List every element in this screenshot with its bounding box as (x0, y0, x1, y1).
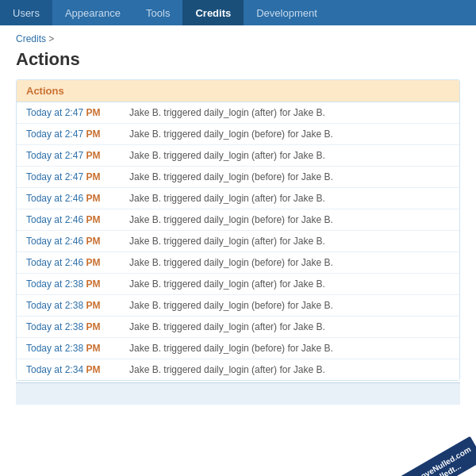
row-description: Jake B. triggered daily_login (before) f… (129, 343, 333, 354)
top-nav: Users Appearance Tools Credits Developme… (0, 0, 476, 25)
time-pm: PM (83, 236, 100, 247)
table-row[interactable]: Today at 2:38 PM Jake B. triggered daily… (17, 338, 459, 359)
time-pm: PM (83, 257, 100, 268)
time-pm: PM (83, 343, 100, 354)
row-description: Jake B. triggered daily_login (before) f… (129, 300, 333, 311)
watermark: ♥ LoveNulled.comwww.nulledt... (373, 420, 476, 468)
time-pm: PM (83, 193, 100, 204)
row-description: Jake B. triggered daily_login (before) f… (129, 171, 333, 182)
table-row[interactable]: Today at 2:47 PM Jake B. triggered daily… (17, 167, 459, 188)
row-time: Today at 2:46 PM (26, 193, 129, 204)
time-pm: PM (83, 321, 100, 332)
time-pm: PM (83, 214, 100, 225)
row-time: Today at 2:38 PM (26, 321, 129, 332)
row-description: Jake B. triggered daily_login (after) fo… (129, 193, 325, 204)
nav-item-tools[interactable]: Tools (133, 0, 182, 25)
table-row[interactable]: Today at 2:38 PM Jake B. triggered daily… (17, 295, 459, 317)
breadcrumb-link[interactable]: Credits (16, 33, 46, 44)
table-row[interactable]: Today at 2:47 PM Jake B. triggered daily… (17, 145, 459, 167)
row-time: Today at 2:47 PM (26, 150, 129, 161)
breadcrumb: Credits > (16, 33, 460, 44)
table-body: Today at 2:47 PM Jake B. triggered daily… (17, 102, 459, 380)
row-description: Jake B. triggered daily_login (before) f… (129, 257, 333, 268)
row-time: Today at 2:47 PM (26, 107, 129, 118)
row-time: Today at 2:47 PM (26, 129, 129, 140)
row-time: Today at 2:38 PM (26, 343, 129, 354)
table-row[interactable]: Today at 2:46 PM Jake B. triggered daily… (17, 188, 459, 209)
time-pm: PM (83, 278, 100, 290)
breadcrumb-separator: > (46, 33, 54, 44)
row-description: Jake B. triggered daily_login (after) fo… (129, 107, 325, 118)
row-description: Jake B. triggered daily_login (after) fo… (129, 364, 325, 375)
row-time: Today at 2:46 PM (26, 257, 129, 268)
row-description: Jake B. triggered daily_login (before) f… (129, 214, 333, 225)
time-pm: PM (83, 171, 100, 182)
main-content: Credits > Actions Actions Today at 2:47 … (0, 25, 476, 413)
row-description: Jake B. triggered daily_login (after) fo… (129, 236, 325, 247)
time-pm: PM (83, 107, 100, 118)
row-description: Jake B. triggered daily_login (after) fo… (129, 321, 325, 332)
table-row[interactable]: Today at 2:38 PM Jake B. triggered daily… (17, 274, 459, 295)
table-row[interactable]: Today at 2:38 PM Jake B. triggered daily… (17, 317, 459, 338)
row-description: Jake B. triggered daily_login (after) fo… (129, 278, 325, 290)
nav-item-users[interactable]: Users (0, 0, 52, 25)
time-pm: PM (83, 129, 100, 140)
time-pm: PM (83, 364, 100, 375)
row-time: Today at 2:38 PM (26, 300, 129, 311)
nav-item-credits[interactable]: Credits (182, 0, 244, 25)
nav-item-appearance[interactable]: Appearance (52, 0, 133, 25)
table-header: Actions (17, 80, 459, 102)
row-time: Today at 2:34 PM (26, 364, 129, 375)
table-row[interactable]: Today at 2:46 PM Jake B. triggered daily… (17, 209, 459, 231)
table-row[interactable]: Today at 2:47 PM Jake B. triggered daily… (17, 124, 459, 145)
table-row[interactable]: Today at 2:47 PM Jake B. triggered daily… (17, 102, 459, 124)
row-description: Jake B. triggered daily_login (after) fo… (129, 150, 325, 161)
time-pm: PM (83, 150, 100, 161)
table-row[interactable]: Today at 2:46 PM Jake B. triggered daily… (17, 231, 459, 252)
bottom-bar (16, 382, 460, 405)
row-time: Today at 2:47 PM (26, 171, 129, 182)
row-time: Today at 2:46 PM (26, 214, 129, 225)
nav-item-development[interactable]: Development (244, 0, 330, 25)
watermark-text: ♥ LoveNulled.comwww.nulledt... (398, 436, 476, 476)
page-title: Actions (16, 49, 460, 70)
time-pm: PM (83, 300, 100, 311)
table-row[interactable]: Today at 2:46 PM Jake B. triggered daily… (17, 252, 459, 274)
row-description: Jake B. triggered daily_login (before) f… (129, 129, 333, 140)
row-time: Today at 2:38 PM (26, 278, 129, 290)
row-time: Today at 2:46 PM (26, 236, 129, 247)
table-row[interactable]: Today at 2:34 PM Jake B. triggered daily… (17, 359, 459, 380)
actions-table: Actions Today at 2:47 PM Jake B. trigger… (16, 79, 460, 381)
